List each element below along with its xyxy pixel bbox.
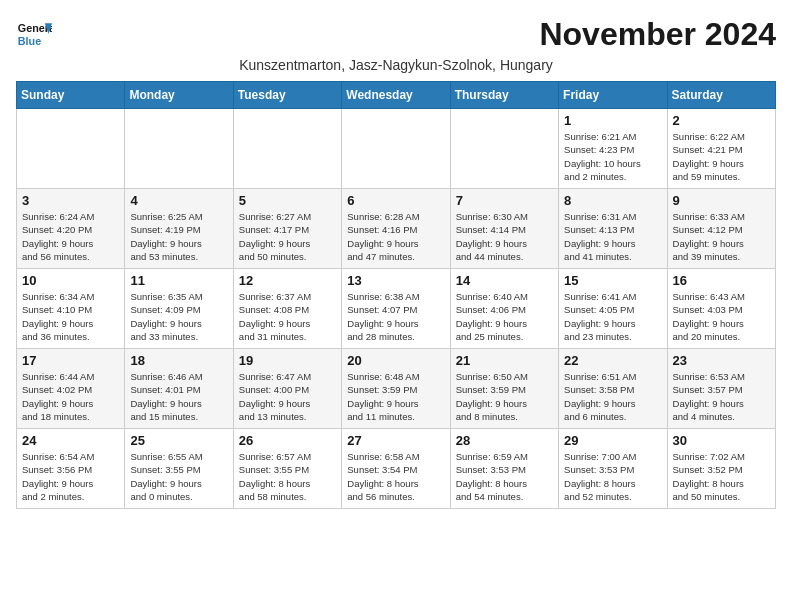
day-info: Sunrise: 6:47 AM Sunset: 4:00 PM Dayligh… [239, 370, 336, 423]
day-number: 21 [456, 353, 553, 368]
calendar-cell: 14Sunrise: 6:40 AM Sunset: 4:06 PM Dayli… [450, 269, 558, 349]
day-info: Sunrise: 7:02 AM Sunset: 3:52 PM Dayligh… [673, 450, 770, 503]
day-info: Sunrise: 6:34 AM Sunset: 4:10 PM Dayligh… [22, 290, 119, 343]
calendar-week-row: 17Sunrise: 6:44 AM Sunset: 4:02 PM Dayli… [17, 349, 776, 429]
calendar-cell: 30Sunrise: 7:02 AM Sunset: 3:52 PM Dayli… [667, 429, 775, 509]
calendar-cell: 22Sunrise: 6:51 AM Sunset: 3:58 PM Dayli… [559, 349, 667, 429]
calendar-week-row: 24Sunrise: 6:54 AM Sunset: 3:56 PM Dayli… [17, 429, 776, 509]
day-number: 18 [130, 353, 227, 368]
calendar-cell: 9Sunrise: 6:33 AM Sunset: 4:12 PM Daylig… [667, 189, 775, 269]
day-number: 10 [22, 273, 119, 288]
calendar-cell: 8Sunrise: 6:31 AM Sunset: 4:13 PM Daylig… [559, 189, 667, 269]
day-info: Sunrise: 6:43 AM Sunset: 4:03 PM Dayligh… [673, 290, 770, 343]
day-number: 24 [22, 433, 119, 448]
day-info: Sunrise: 6:31 AM Sunset: 4:13 PM Dayligh… [564, 210, 661, 263]
day-info: Sunrise: 6:24 AM Sunset: 4:20 PM Dayligh… [22, 210, 119, 263]
calendar-cell: 4Sunrise: 6:25 AM Sunset: 4:19 PM Daylig… [125, 189, 233, 269]
calendar-cell [233, 109, 341, 189]
day-info: Sunrise: 6:48 AM Sunset: 3:59 PM Dayligh… [347, 370, 444, 423]
calendar-cell [450, 109, 558, 189]
day-info: Sunrise: 6:58 AM Sunset: 3:54 PM Dayligh… [347, 450, 444, 503]
subtitle: Kunszentmarton, Jasz-Nagykun-Szolnok, Hu… [16, 57, 776, 73]
day-info: Sunrise: 6:30 AM Sunset: 4:14 PM Dayligh… [456, 210, 553, 263]
calendar-cell: 29Sunrise: 7:00 AM Sunset: 3:53 PM Dayli… [559, 429, 667, 509]
calendar-week-row: 3Sunrise: 6:24 AM Sunset: 4:20 PM Daylig… [17, 189, 776, 269]
day-number: 13 [347, 273, 444, 288]
day-info: Sunrise: 6:44 AM Sunset: 4:02 PM Dayligh… [22, 370, 119, 423]
day-number: 20 [347, 353, 444, 368]
day-number: 16 [673, 273, 770, 288]
calendar-cell: 26Sunrise: 6:57 AM Sunset: 3:55 PM Dayli… [233, 429, 341, 509]
day-info: Sunrise: 6:50 AM Sunset: 3:59 PM Dayligh… [456, 370, 553, 423]
calendar-cell: 16Sunrise: 6:43 AM Sunset: 4:03 PM Dayli… [667, 269, 775, 349]
calendar-cell: 7Sunrise: 6:30 AM Sunset: 4:14 PM Daylig… [450, 189, 558, 269]
day-number: 14 [456, 273, 553, 288]
day-info: Sunrise: 7:00 AM Sunset: 3:53 PM Dayligh… [564, 450, 661, 503]
calendar-cell: 6Sunrise: 6:28 AM Sunset: 4:16 PM Daylig… [342, 189, 450, 269]
day-info: Sunrise: 6:28 AM Sunset: 4:16 PM Dayligh… [347, 210, 444, 263]
day-number: 28 [456, 433, 553, 448]
day-number: 4 [130, 193, 227, 208]
day-number: 22 [564, 353, 661, 368]
day-number: 3 [22, 193, 119, 208]
calendar-cell [342, 109, 450, 189]
day-number: 29 [564, 433, 661, 448]
day-number: 11 [130, 273, 227, 288]
day-number: 19 [239, 353, 336, 368]
day-number: 1 [564, 113, 661, 128]
logo: General Blue [16, 16, 52, 52]
day-info: Sunrise: 6:33 AM Sunset: 4:12 PM Dayligh… [673, 210, 770, 263]
day-number: 5 [239, 193, 336, 208]
calendar-cell: 2Sunrise: 6:22 AM Sunset: 4:21 PM Daylig… [667, 109, 775, 189]
day-number: 6 [347, 193, 444, 208]
calendar-cell: 18Sunrise: 6:46 AM Sunset: 4:01 PM Dayli… [125, 349, 233, 429]
day-info: Sunrise: 6:46 AM Sunset: 4:01 PM Dayligh… [130, 370, 227, 423]
calendar-cell: 20Sunrise: 6:48 AM Sunset: 3:59 PM Dayli… [342, 349, 450, 429]
calendar-cell [125, 109, 233, 189]
calendar-cell: 23Sunrise: 6:53 AM Sunset: 3:57 PM Dayli… [667, 349, 775, 429]
day-number: 9 [673, 193, 770, 208]
day-number: 2 [673, 113, 770, 128]
calendar-cell: 25Sunrise: 6:55 AM Sunset: 3:55 PM Dayli… [125, 429, 233, 509]
day-number: 30 [673, 433, 770, 448]
day-number: 8 [564, 193, 661, 208]
day-of-week-header: Saturday [667, 82, 775, 109]
calendar-cell: 3Sunrise: 6:24 AM Sunset: 4:20 PM Daylig… [17, 189, 125, 269]
day-info: Sunrise: 6:38 AM Sunset: 4:07 PM Dayligh… [347, 290, 444, 343]
calendar-header-row: SundayMondayTuesdayWednesdayThursdayFrid… [17, 82, 776, 109]
day-number: 12 [239, 273, 336, 288]
day-of-week-header: Friday [559, 82, 667, 109]
day-of-week-header: Sunday [17, 82, 125, 109]
calendar-cell: 10Sunrise: 6:34 AM Sunset: 4:10 PM Dayli… [17, 269, 125, 349]
day-info: Sunrise: 6:51 AM Sunset: 3:58 PM Dayligh… [564, 370, 661, 423]
calendar-cell: 13Sunrise: 6:38 AM Sunset: 4:07 PM Dayli… [342, 269, 450, 349]
day-info: Sunrise: 6:22 AM Sunset: 4:21 PM Dayligh… [673, 130, 770, 183]
day-info: Sunrise: 6:59 AM Sunset: 3:53 PM Dayligh… [456, 450, 553, 503]
calendar-cell [17, 109, 125, 189]
calendar-cell: 27Sunrise: 6:58 AM Sunset: 3:54 PM Dayli… [342, 429, 450, 509]
calendar-table: SundayMondayTuesdayWednesdayThursdayFrid… [16, 81, 776, 509]
calendar-cell: 28Sunrise: 6:59 AM Sunset: 3:53 PM Dayli… [450, 429, 558, 509]
calendar-cell: 12Sunrise: 6:37 AM Sunset: 4:08 PM Dayli… [233, 269, 341, 349]
svg-text:Blue: Blue [18, 35, 41, 47]
day-info: Sunrise: 6:35 AM Sunset: 4:09 PM Dayligh… [130, 290, 227, 343]
calendar-body: 1Sunrise: 6:21 AM Sunset: 4:23 PM Daylig… [17, 109, 776, 509]
calendar-week-row: 1Sunrise: 6:21 AM Sunset: 4:23 PM Daylig… [17, 109, 776, 189]
calendar-cell: 19Sunrise: 6:47 AM Sunset: 4:00 PM Dayli… [233, 349, 341, 429]
day-info: Sunrise: 6:37 AM Sunset: 4:08 PM Dayligh… [239, 290, 336, 343]
day-number: 27 [347, 433, 444, 448]
day-of-week-header: Tuesday [233, 82, 341, 109]
calendar-cell: 24Sunrise: 6:54 AM Sunset: 3:56 PM Dayli… [17, 429, 125, 509]
day-info: Sunrise: 6:21 AM Sunset: 4:23 PM Dayligh… [564, 130, 661, 183]
calendar-cell: 1Sunrise: 6:21 AM Sunset: 4:23 PM Daylig… [559, 109, 667, 189]
day-number: 25 [130, 433, 227, 448]
day-info: Sunrise: 6:27 AM Sunset: 4:17 PM Dayligh… [239, 210, 336, 263]
page-header: General Blue November 2024 [16, 16, 776, 53]
day-info: Sunrise: 6:41 AM Sunset: 4:05 PM Dayligh… [564, 290, 661, 343]
calendar-cell: 17Sunrise: 6:44 AM Sunset: 4:02 PM Dayli… [17, 349, 125, 429]
logo-icon: General Blue [16, 16, 52, 52]
day-number: 7 [456, 193, 553, 208]
calendar-cell: 11Sunrise: 6:35 AM Sunset: 4:09 PM Dayli… [125, 269, 233, 349]
calendar-cell: 21Sunrise: 6:50 AM Sunset: 3:59 PM Dayli… [450, 349, 558, 429]
day-info: Sunrise: 6:25 AM Sunset: 4:19 PM Dayligh… [130, 210, 227, 263]
